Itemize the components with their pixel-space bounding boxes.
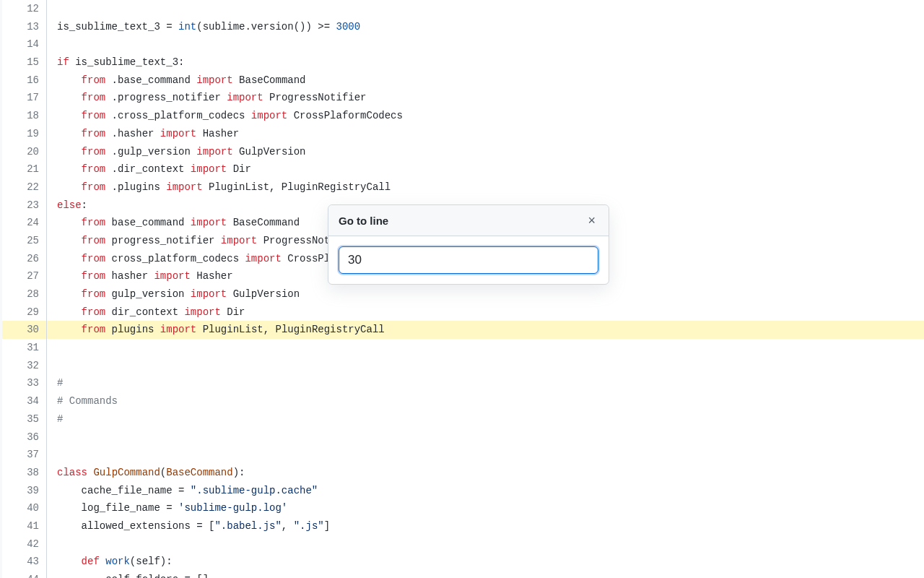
code-line[interactable]	[47, 35, 924, 53]
line-number[interactable]: 18	[2, 107, 46, 125]
code-line[interactable]	[47, 446, 924, 464]
line-number[interactable]: 23	[2, 197, 46, 215]
line-number[interactable]: 38	[2, 464, 46, 482]
code-line[interactable]: from .gulp_version import GulpVersion	[47, 143, 924, 161]
line-number[interactable]: 28	[2, 285, 46, 303]
code-line[interactable]	[47, 428, 924, 447]
code-line[interactable]: #	[47, 374, 924, 392]
close-icon[interactable]: ×	[585, 212, 598, 228]
line-number[interactable]: 15	[2, 53, 46, 72]
code-line[interactable]: from .cross_platform_codecs import Cross…	[47, 107, 924, 125]
line-number[interactable]: 26	[2, 250, 46, 268]
code-line[interactable]: #	[47, 410, 924, 428]
code-line[interactable]: is_sublime_text_3 = int(sublime.version(…	[47, 18, 924, 36]
line-number[interactable]: 22	[2, 178, 46, 197]
code-line[interactable]: self.folders = []	[47, 571, 924, 578]
line-number[interactable]: 32	[2, 357, 46, 375]
line-number[interactable]: 12	[2, 0, 46, 18]
code-line[interactable]: from gulp_version import GulpVersion	[47, 285, 924, 303]
line-number[interactable]: 25	[2, 232, 46, 250]
line-number[interactable]: 13	[2, 18, 46, 36]
line-number[interactable]: 44	[2, 571, 46, 578]
code-line[interactable]	[47, 0, 924, 18]
line-number[interactable]: 39	[2, 482, 46, 500]
code-line[interactable]: from dir_context import Dir	[47, 303, 924, 322]
code-line[interactable]: from .progress_notifier import ProgressN…	[47, 89, 924, 107]
code-line[interactable]: from .base_command import BaseCommand	[47, 72, 924, 90]
code-line[interactable]: if is_sublime_text_3:	[47, 53, 924, 72]
code-line[interactable]: allowed_extensions = [".babel.js", ".js"…	[47, 517, 924, 535]
line-number[interactable]: 21	[2, 160, 46, 178]
line-number[interactable]: 41	[2, 517, 46, 535]
code-line[interactable]: from .dir_context import Dir	[47, 160, 924, 178]
code-editor: 1213141516171819202122232425262728293031…	[0, 0, 924, 578]
line-number[interactable]: 24	[2, 214, 46, 232]
code-line[interactable]: from plugins import PluginList, PluginRe…	[47, 321, 924, 339]
line-number[interactable]: 33	[2, 374, 46, 392]
line-number[interactable]: 14	[2, 35, 46, 53]
line-number[interactable]: 37	[2, 446, 46, 464]
line-number[interactable]: 40	[2, 499, 46, 517]
code-line[interactable]: def work(self):	[47, 553, 924, 571]
code-line[interactable]	[47, 357, 924, 375]
code-line[interactable]: cache_file_name = ".sublime-gulp.cache"	[47, 482, 924, 500]
code-line[interactable]: class GulpCommand(BaseCommand):	[47, 464, 924, 482]
line-number[interactable]: 20	[2, 143, 46, 161]
line-number[interactable]: 30	[2, 321, 46, 339]
line-number-input[interactable]	[339, 246, 598, 274]
line-number[interactable]: 16	[2, 72, 46, 90]
code-line[interactable]	[47, 535, 924, 553]
dialog-title: Go to line	[339, 215, 388, 227]
line-number[interactable]: 31	[2, 339, 46, 357]
line-number[interactable]: 42	[2, 535, 46, 553]
code-area[interactable]: is_sublime_text_3 = int(sublime.version(…	[47, 0, 924, 578]
code-line[interactable]	[47, 339, 924, 357]
code-line[interactable]: from .plugins import PluginList, PluginR…	[47, 178, 924, 197]
go-to-line-dialog: Go to line ×	[328, 204, 609, 285]
code-line[interactable]: # Commands	[47, 392, 924, 410]
line-number[interactable]: 19	[2, 125, 46, 143]
line-number[interactable]: 27	[2, 267, 46, 285]
line-number[interactable]: 17	[2, 89, 46, 107]
line-number[interactable]: 29	[2, 303, 46, 322]
code-line[interactable]: log_file_name = 'sublime-gulp.log'	[47, 499, 924, 517]
line-number[interactable]: 34	[2, 392, 46, 410]
line-number[interactable]: 35	[2, 410, 46, 428]
line-number-gutter: 1213141516171819202122232425262728293031…	[2, 0, 47, 578]
code-line[interactable]: from .hasher import Hasher	[47, 125, 924, 143]
line-number[interactable]: 36	[2, 428, 46, 447]
dialog-body	[328, 236, 609, 284]
dialog-header: Go to line ×	[328, 205, 609, 236]
line-number[interactable]: 43	[2, 553, 46, 571]
